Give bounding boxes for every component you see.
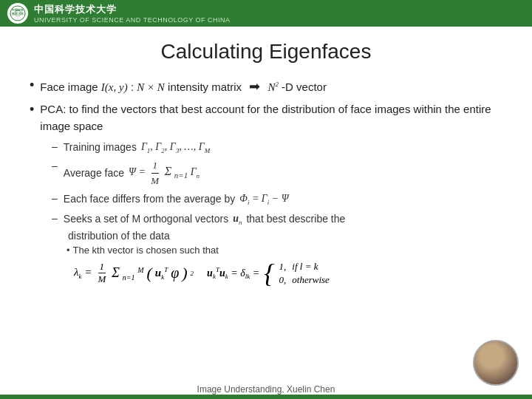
d-vector-label: -D vector [282,81,327,93]
sum-symbol: Σ [165,166,172,178]
math-phi: Φi = Γi − Ψ [239,191,288,208]
math-n2: N2 [267,81,279,93]
sum-m: Σ n=1 M [112,265,143,282]
bullet-small: • [66,245,70,256]
frac-1M: 1 M [96,261,107,285]
sub-content-differs: Each face differs from the average by Φi… [64,191,289,208]
page-title: Calculating Eigenfaces [30,40,502,64]
bottom-bar [0,395,532,399]
kth-vector-label: The kth vector is chosen such that [73,245,219,256]
power-2: 2 [191,270,194,277]
math-gamma-seq: Γ1, Γ2, Γ3, …, ΓM [141,139,210,156]
uk-t: ukT [155,266,168,281]
bullet-content-2: PCA: to find the vectors that best accou… [40,101,502,134]
sub-dash-4: – [52,211,58,226]
case-1-condition: if l = k [292,261,318,273]
sub-item-average: – Average face Ψ = 1 M Σ n=1 Γn [52,158,502,188]
math-ixy: I(x, y) [101,81,128,93]
sub-item-seeks: – Seeks a set of M orthogonal vectors un… [52,211,502,228]
piecewise-cases: 1, if l = k 0, otherwise [279,261,330,286]
seeks-suffix: that best describe the [246,211,345,227]
paren-close: ) [182,264,187,283]
seeks-continuation: distribution of the data [68,230,502,242]
frac-num: 1 [151,158,160,174]
math-nxn: N × N [137,81,165,93]
sum-upper: M [137,266,143,274]
footer-text: Image Understanding, Xuelin Chen [197,384,335,395]
phi-n: φ [171,265,179,282]
frac-den-M: M [96,273,107,285]
main-content: Calculating Eigenfaces • Face image I(x,… [0,27,532,294]
lambda-formula: λk = 1 M Σ n=1 M ( ukT φ ) 2 [74,261,194,285]
sub-content-average: Average face Ψ = 1 M Σ n=1 Γn [64,158,200,188]
sub-dash-1: – [52,139,58,154]
intensity-label: intensity matrix [168,81,245,93]
differs-label: Each face differs from the average by [64,191,235,207]
portrait [473,340,519,386]
sub-item-training: – Training images Γ1, Γ2, Γ3, …, ΓM [52,139,502,156]
fraction-1m: 1 M [149,158,160,188]
case-2-value: 0, [279,274,287,286]
bullet-dot-1: • [30,78,34,92]
seeks-label: Seeks a set of M orthogonal vectors [64,211,228,227]
sub-item-differs: – Each face differs from the average by … [52,191,502,208]
piecewise-brace: { [264,260,274,287]
sigma-symbol: Σ [112,265,120,280]
sub-content-seeks: Seeks a set of M orthogonal vectors un t… [64,211,346,228]
formula-row: λk = 1 M Σ n=1 M ( ukT φ ) 2 ukTuk = δlk… [74,260,502,287]
math-psi-formula: Ψ = 1 M Σ n=1 Γn [129,158,200,188]
sum-sub: n=1 [174,171,188,180]
face-image-label: Face image [40,81,101,93]
svg-text:技术大学: 技术大学 [11,12,24,16]
sub-bullets-group2: – Each face differs from the average by … [52,191,502,242]
training-images-label: Training images [64,140,137,155]
piecewise-row-1: 1, if l = k [279,261,330,273]
header-bar: 中国科学 技术大学 中国科学技术大学 UNIVERSITY OF SCIENCE… [0,0,532,27]
constraint-formula: ukTuk = δlk = { 1, if l = k 0, otherwise [207,260,330,287]
logo-area: 中国科学 技术大学 中国科学技术大学 UNIVERSITY OF SCIENCE… [7,3,231,24]
case-1-value: 1, [279,261,287,273]
bullet-content-1: Face image I(x, y) : N × N intensity mat… [40,77,327,97]
colon-sep: : [131,81,137,93]
bullet-item-2: • PCA: to find the vectors that best acc… [30,101,502,134]
pca-text: PCA: to find the vectors that best accou… [40,103,491,132]
ustc-logo: 中国科学 技术大学 [7,3,28,24]
university-name-cn: 中国科学技术大学 [34,3,231,16]
constraint-lhs: ukTuk = δlk = [207,266,259,280]
bullet-item-1: • Face image I(x, y) : N × N intensity m… [30,77,502,97]
bullet-dot-2: • [30,103,34,116]
frac-num-1: 1 [98,261,106,273]
lambda-lhs: λk = [74,266,92,280]
arrow-icon: ➡ [249,77,260,97]
piecewise-row-2: 0, otherwise [279,274,330,286]
university-name-en: UNIVERSITY OF SCIENCE AND TECHNOLOGY OF … [34,16,231,24]
average-face-label: Average face [64,166,124,181]
math-un: un [233,211,242,228]
sub-dash-2: – [52,158,58,174]
sum-lower: n=1 [123,273,135,282]
paren-open: ( [147,264,152,283]
sub-dash-3: – [52,191,58,206]
portrait-image [474,341,517,385]
sub-sub-bullet: • The kth vector is chosen such that [66,245,502,256]
footer: Image Understanding, Xuelin Chen [0,384,532,395]
sub-bullets-group1: – Training images Γ1, Γ2, Γ3, …, ΓM – Av… [52,139,502,188]
frac-den: M [149,174,160,188]
sub-content-training: Training images Γ1, Γ2, Γ3, …, ΓM [64,139,210,156]
case-2-condition: otherwise [292,274,330,286]
